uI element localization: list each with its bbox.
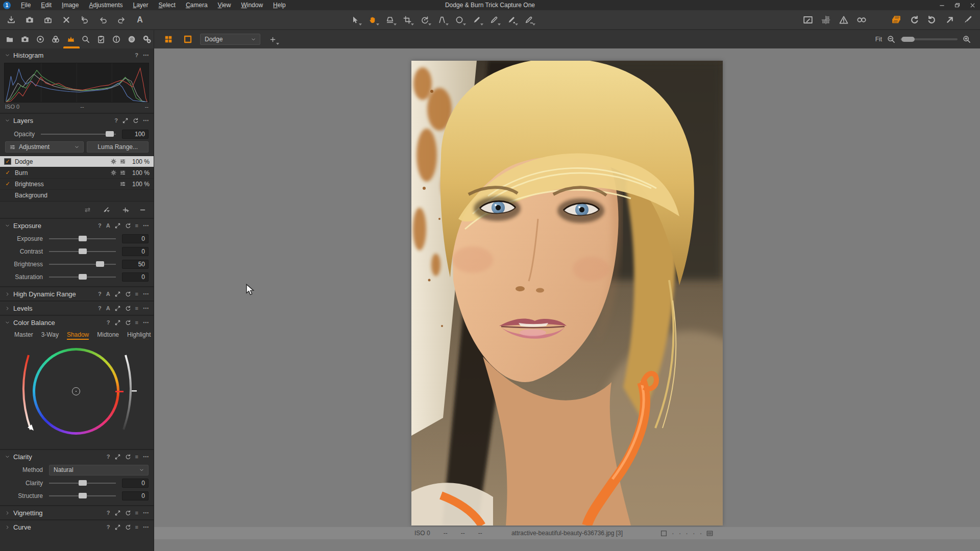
exposure-value[interactable]: 0 — [122, 234, 149, 243]
undo-button[interactable] — [96, 13, 110, 27]
reset-icon[interactable] — [125, 510, 131, 516]
wheel-center-handle[interactable] — [72, 387, 80, 395]
slider-knob[interactable] — [79, 493, 87, 498]
menu-image[interactable]: Image — [57, 1, 84, 10]
add-layer-button[interactable] — [120, 206, 130, 214]
presets-menu-icon[interactable]: ≡ — [135, 222, 138, 229]
gradient-mask-tool[interactable] — [504, 13, 519, 27]
zoom-slider-knob[interactable] — [901, 37, 915, 42]
expand-icon[interactable] — [115, 524, 120, 530]
rating-dot-icon[interactable]: · — [693, 531, 695, 536]
tab-details[interactable] — [80, 30, 93, 48]
clarity-method-select[interactable]: Natural — [49, 465, 149, 475]
copy-adjustments-button[interactable] — [943, 13, 957, 27]
primary-view-button[interactable] — [181, 32, 195, 46]
help-icon[interactable]: ? — [107, 454, 110, 460]
more-options-icon[interactable]: ⋯ — [143, 52, 149, 59]
select-cursor-tool[interactable] — [348, 13, 362, 27]
zoom-slider[interactable] — [900, 38, 958, 40]
zoom-in-icon[interactable] — [963, 35, 971, 43]
close-button[interactable] — [965, 0, 980, 10]
presets-menu-icon[interactable]: ≡ — [135, 510, 138, 516]
menu-window[interactable]: Window — [236, 1, 268, 10]
auto-adjust-icon[interactable]: A — [106, 291, 110, 297]
tab-lens[interactable] — [34, 30, 47, 48]
presets-menu-icon[interactable]: ≡ — [135, 291, 138, 297]
image-viewer[interactable]: ISO 0 -- -- -- attractive-beautiful-beau… — [154, 48, 980, 551]
rating-dot-icon[interactable]: · — [685, 531, 688, 536]
expand-icon[interactable] — [115, 510, 120, 516]
chevron-right-icon[interactable] — [5, 525, 10, 530]
exposure-slider[interactable] — [49, 238, 116, 239]
help-icon[interactable]: ? — [98, 291, 102, 297]
chevron-right-icon[interactable] — [5, 511, 10, 515]
loupe-tool[interactable] — [383, 13, 397, 27]
more-options-icon[interactable]: ⋯ — [143, 319, 149, 326]
restore-button[interactable] — [949, 0, 965, 10]
tab-info[interactable] — [110, 30, 123, 48]
tab-shadow[interactable]: Shadow — [67, 331, 89, 340]
chevron-right-icon[interactable] — [5, 306, 10, 311]
sun-icon[interactable] — [111, 170, 116, 176]
more-options-icon[interactable]: ⋯ — [143, 454, 149, 460]
menu-help[interactable]: Help — [268, 1, 291, 10]
layer-row-background[interactable]: Background — [0, 190, 154, 201]
tab-master[interactable]: Master — [14, 331, 33, 340]
sliders-icon[interactable] — [120, 170, 126, 176]
layer-visibility-checkbox[interactable]: ✓ — [4, 158, 11, 165]
chevron-down-icon[interactable] — [5, 455, 10, 459]
contrast-value[interactable]: 0 — [122, 247, 149, 256]
layer-visibility-checkbox[interactable]: ✓ — [4, 169, 11, 176]
variant-select[interactable]: Dodge — [200, 34, 260, 45]
chevron-down-icon[interactable] — [5, 320, 10, 325]
sliders-icon[interactable] — [120, 181, 126, 187]
reset-icon[interactable] — [125, 291, 131, 297]
rename-button[interactable]: A — [133, 13, 147, 27]
saturation-slider[interactable] — [49, 277, 116, 278]
more-options-icon[interactable]: ⋯ — [143, 305, 149, 312]
zoom-out-icon[interactable] — [887, 35, 895, 43]
crop-tool[interactable] — [400, 13, 414, 27]
draw-mask-button[interactable] — [101, 206, 110, 214]
tab-adjust[interactable] — [64, 30, 78, 48]
slider-knob[interactable] — [79, 480, 87, 486]
more-options-icon[interactable]: ⋯ — [143, 291, 149, 297]
chevron-down-icon[interactable] — [5, 53, 10, 58]
help-icon[interactable]: ? — [98, 305, 102, 311]
menu-edit[interactable]: Edit — [36, 1, 57, 10]
help-icon[interactable]: ? — [114, 117, 118, 123]
tab-capture[interactable] — [18, 30, 32, 48]
swap-arrows-icon[interactable] — [84, 207, 91, 213]
tab-highlight[interactable]: Highlight — [127, 331, 151, 340]
fit-label[interactable]: Fit — [875, 36, 882, 43]
radial-mask-tool[interactable] — [522, 13, 536, 27]
menu-adjustments[interactable]: Adjustments — [84, 1, 128, 10]
proof-margin-button[interactable] — [801, 13, 815, 27]
hue-handle[interactable] — [115, 391, 124, 392]
expand-icon[interactable] — [115, 291, 120, 297]
clarity-value[interactable]: 0 — [122, 479, 149, 488]
minimize-button[interactable] — [934, 0, 949, 10]
chevron-down-icon[interactable] — [5, 118, 10, 123]
tab-3way[interactable]: 3-Way — [41, 331, 59, 340]
auto-adjust-icon[interactable]: A — [106, 305, 110, 311]
erase-mask-tool[interactable] — [487, 13, 501, 27]
pan-hand-tool[interactable] — [365, 13, 380, 27]
tab-settings[interactable] — [125, 30, 138, 48]
list-icon[interactable] — [706, 530, 713, 537]
brightness-slider[interactable] — [49, 264, 116, 265]
capture-button[interactable] — [22, 13, 37, 27]
reset-icon[interactable] — [133, 118, 138, 123]
opacity-value[interactable]: 100 — [122, 130, 149, 139]
more-options-icon[interactable]: ⋯ — [143, 222, 149, 229]
keystone-tool[interactable] — [435, 13, 449, 27]
new-clone-variant-button[interactable] — [265, 32, 280, 46]
tab-library[interactable] — [3, 30, 16, 48]
rating-dot-icon[interactable]: · — [700, 531, 702, 536]
reset-icon[interactable] — [125, 524, 131, 530]
saturation-value[interactable]: 0 — [122, 272, 149, 282]
expand-icon[interactable] — [115, 223, 120, 229]
export-button[interactable] — [41, 13, 55, 27]
recipe-proofing-button[interactable] — [854, 13, 869, 27]
slider-knob[interactable] — [79, 236, 87, 241]
